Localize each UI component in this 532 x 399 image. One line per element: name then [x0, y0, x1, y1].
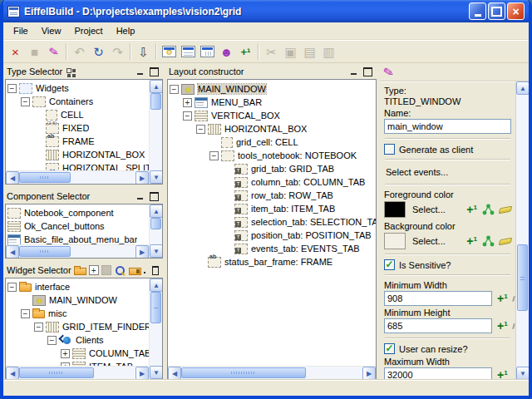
- scroll-thumb[interactable]: [181, 367, 306, 378]
- horizontal-scrollbar[interactable]: ◀ ▶: [6, 244, 149, 258]
- scroll-down-icon[interactable]: ▼: [516, 367, 529, 380]
- tree-item[interactable]: −HORIZONTAL_BOX: [170, 122, 376, 135]
- scroll-down-icon[interactable]: ▼: [150, 170, 163, 184]
- tree-item[interactable]: HORIZONTAL_BOX: [7, 148, 149, 161]
- collapse-icon[interactable]: −: [21, 97, 30, 106]
- collapse-icon[interactable]: −: [7, 84, 17, 93]
- menu-item-view[interactable]: View: [35, 24, 68, 37]
- expand-all-icon[interactable]: [89, 265, 99, 275]
- grid-view-icon[interactable]: [65, 66, 75, 77]
- collapse-icon[interactable]: −: [7, 283, 17, 292]
- tree-item[interactable]: −VERTICAL_BOX: [170, 109, 376, 122]
- expand-icon[interactable]: +: [183, 98, 192, 107]
- select-events-button[interactable]: Select events...: [384, 165, 511, 180]
- add-one-button[interactable]: +¹: [236, 42, 255, 62]
- tree-item[interactable]: −GRID_ITEM_FINDER: [7, 320, 149, 333]
- cut-button[interactable]: ✂: [262, 42, 281, 62]
- title-bar[interactable]: EiffelBuild - D:\projects\examples\visio…: [3, 0, 529, 22]
- minimum-width-input[interactable]: [384, 291, 492, 306]
- scroll-thumb[interactable]: [19, 246, 71, 257]
- panel-minimize-button[interactable]: [141, 265, 149, 275]
- eraser-disabled-icon[interactable]: [512, 323, 515, 328]
- minimum-height-input[interactable]: [384, 318, 492, 333]
- scroll-right-icon[interactable]: ▶: [135, 245, 149, 258]
- paste-alt-button[interactable]: ▥: [319, 42, 338, 62]
- add-one-icon[interactable]: [497, 368, 508, 380]
- scroll-down-icon[interactable]: ▼: [150, 244, 163, 258]
- scroll-left-icon[interactable]: ◀: [6, 171, 19, 184]
- tree-item[interactable]: selection_tab: SELECTION_TAB: [170, 215, 376, 229]
- eraser-icon[interactable]: [499, 205, 513, 214]
- tree-item[interactable]: −Clients: [7, 333, 149, 347]
- tree-item[interactable]: grid_cell: CELL: [170, 135, 376, 149]
- scroll-right-icon[interactable]: ▶: [135, 367, 149, 379]
- tree-item[interactable]: CELL: [7, 108, 149, 121]
- tree-item[interactable]: −Widgets: [7, 81, 149, 95]
- panel-minimize-button[interactable]: [135, 66, 146, 76]
- tree-item[interactable]: item_tab: ITEM_TAB: [170, 202, 376, 215]
- add-one-icon[interactable]: [466, 234, 477, 248]
- tree-item[interactable]: −interface: [7, 280, 149, 293]
- hierarchy-icon[interactable]: [482, 235, 495, 247]
- scroll-thumb[interactable]: [150, 292, 161, 323]
- user-can-resize-checkbox[interactable]: ✓: [384, 343, 395, 354]
- collapse-icon[interactable]: −: [170, 85, 179, 94]
- collapse-icon[interactable]: −: [34, 323, 43, 332]
- tree-item[interactable]: −MAIN_WINDOW: [170, 82, 376, 96]
- tree-item[interactable]: events_tab: EVENTS_TAB: [170, 242, 376, 255]
- builder-pencil-icon[interactable]: ✎: [382, 64, 396, 81]
- add-one-icon[interactable]: [466, 203, 477, 216]
- collapse-icon[interactable]: −: [209, 151, 219, 160]
- scroll-left-icon[interactable]: ◀: [6, 367, 19, 379]
- tree-item[interactable]: position_tab: POSITION_TAB: [170, 229, 376, 242]
- menu-item-project[interactable]: Project: [67, 24, 109, 37]
- scroll-thumb[interactable]: [517, 244, 528, 311]
- tree-item[interactable]: grid_tab: GRID_TAB: [170, 162, 376, 175]
- add-one-icon[interactable]: [497, 292, 508, 305]
- tree-item[interactable]: MAIN_WINDOW: [7, 293, 149, 307]
- expand-icon[interactable]: +: [61, 349, 70, 358]
- scroll-up-icon[interactable]: ▲: [150, 278, 163, 292]
- add-one-icon[interactable]: [497, 319, 508, 332]
- generate-code-button[interactable]: ⇩: [134, 42, 153, 62]
- minimize-button[interactable]: [469, 2, 486, 20]
- vertical-scrollbar[interactable]: ▲ ▼: [149, 80, 162, 184]
- tree-item[interactable]: Notebook_component: [7, 206, 149, 219]
- tree-item[interactable]: −misc: [7, 307, 149, 320]
- tree-item[interactable]: Ok_Cancel_buttons: [7, 219, 149, 233]
- close-button[interactable]: ×: [507, 2, 525, 20]
- tree-item[interactable]: row_tab: ROW_TAB: [170, 189, 376, 202]
- maximize-button[interactable]: [488, 2, 505, 20]
- vertical-scrollbar[interactable]: ▲ ▼: [149, 278, 162, 379]
- redo-button[interactable]: ↷: [108, 42, 127, 62]
- background-select-button[interactable]: Select...: [411, 234, 447, 249]
- tree-item[interactable]: HORIZONTAL_SPLIT: [7, 161, 149, 170]
- scroll-right-icon[interactable]: ▶: [362, 367, 376, 379]
- refresh-button[interactable]: ↻: [89, 42, 108, 62]
- scroll-up-icon[interactable]: ▲: [516, 81, 529, 95]
- collapse-icon[interactable]: −: [21, 309, 30, 318]
- panel-minimize-button[interactable]: [348, 66, 360, 76]
- tree-item[interactable]: +ITEM_TAB: [7, 360, 149, 366]
- horizontal-scrollbar[interactable]: ◀ ▶: [6, 366, 149, 379]
- eraser-disabled-icon[interactable]: [512, 295, 515, 301]
- save-button[interactable]: ■: [25, 42, 44, 62]
- tree-item[interactable]: FIXED: [7, 121, 149, 135]
- foreground-color-swatch[interactable]: [384, 201, 406, 218]
- preview-window-button[interactable]: [179, 42, 198, 62]
- scroll-thumb[interactable]: [19, 172, 71, 183]
- scroll-thumb[interactable]: [19, 367, 94, 378]
- new-folder-icon[interactable]: [74, 268, 86, 275]
- foreground-select-button[interactable]: Select...: [411, 202, 447, 217]
- tree-item[interactable]: −tools_notebook: NOTEBOOK: [170, 149, 376, 162]
- name-input[interactable]: [384, 119, 511, 134]
- build-tool-button[interactable]: ✎: [44, 42, 63, 62]
- panel-minimize-button[interactable]: [135, 191, 146, 201]
- collapse-icon[interactable]: −: [47, 336, 57, 345]
- search-icon[interactable]: [114, 265, 126, 276]
- menu-item-help[interactable]: Help: [110, 24, 142, 37]
- panel-maximize-button[interactable]: [152, 266, 159, 275]
- collapse-icon[interactable]: −: [196, 125, 205, 134]
- scroll-left-icon[interactable]: ◀: [168, 367, 181, 379]
- maximum-width-input[interactable]: [384, 367, 492, 380]
